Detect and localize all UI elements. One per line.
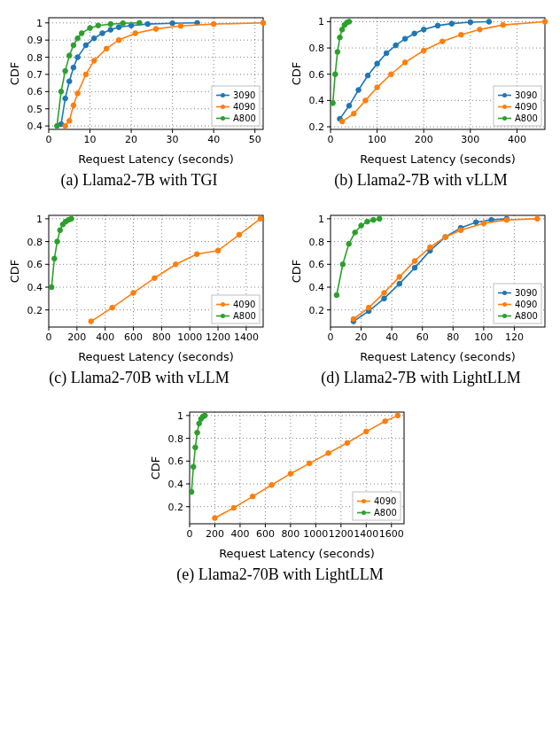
svg-point-211 [362, 510, 366, 515]
series-point-4090 [133, 31, 138, 36]
svg-text:0.8: 0.8 [27, 236, 43, 247]
svg-text:0.6: 0.6 [27, 86, 43, 97]
series-point-4090 [307, 461, 312, 466]
svg-text:1400: 1400 [234, 331, 259, 343]
svg-text:0.8: 0.8 [168, 433, 184, 445]
series-point-4090 [211, 21, 216, 27]
chart-cell-c: 02004006008001000120014000.20.40.60.81Re… [4, 206, 275, 388]
series-point-A800 [377, 216, 383, 222]
svg-text:40: 40 [385, 331, 398, 343]
series-point-3090 [412, 31, 417, 36]
series-point-4090 [504, 217, 509, 222]
svg-text:1: 1 [177, 410, 183, 422]
y-axis-label: CDF [290, 259, 303, 283]
series-point-4090 [152, 275, 158, 280]
series-point-4090 [213, 516, 218, 521]
series-point-3090 [66, 79, 72, 84]
svg-text:400: 400 [96, 331, 114, 343]
svg-text:1200: 1200 [206, 331, 230, 343]
series-point-3090 [108, 27, 113, 33]
series-point-A800 [79, 31, 84, 36]
legend-label-3090: 3090 [233, 90, 255, 100]
series-point-3090 [421, 27, 426, 33]
svg-text:0.4: 0.4 [168, 479, 184, 490]
legend-label-A800: A800 [515, 113, 538, 123]
series-point-4090 [397, 274, 402, 279]
svg-point-163 [502, 302, 507, 307]
svg-text:300: 300 [461, 134, 479, 145]
svg-text:0.4: 0.4 [27, 282, 43, 293]
series-point-A800 [108, 21, 113, 27]
series-point-3090 [402, 36, 408, 42]
series-point-3090 [384, 51, 389, 56]
chart-cell-a: 010203040500.40.50.60.70.80.91Request La… [4, 9, 275, 191]
x-axis-label: Request Latency (seconds) [360, 152, 516, 166]
svg-point-161 [502, 291, 507, 295]
series-point-4090 [375, 85, 380, 90]
series-point-4090 [542, 19, 548, 25]
series-point-4090 [83, 72, 89, 77]
series-point-4090 [351, 316, 356, 322]
svg-text:0.2: 0.2 [27, 304, 43, 316]
series-point-A800 [346, 19, 352, 25]
series-point-3090 [393, 43, 399, 48]
series-point-4090 [428, 245, 433, 250]
series-point-4090 [459, 32, 464, 37]
svg-text:1: 1 [318, 213, 324, 224]
series-point-4090 [389, 72, 394, 77]
series-point-4090 [363, 429, 369, 434]
series-point-A800 [332, 72, 338, 77]
svg-text:0.6: 0.6 [309, 259, 325, 270]
series-point-A800 [58, 227, 63, 232]
svg-text:0.8: 0.8 [309, 236, 325, 247]
series-point-3090 [473, 219, 478, 224]
svg-text:200: 200 [415, 134, 433, 145]
series-point-A800 [58, 90, 64, 95]
series-point-4090 [153, 27, 159, 32]
svg-text:1200: 1200 [329, 528, 354, 540]
series-point-3090 [63, 96, 68, 101]
series-point-A800 [66, 53, 72, 58]
svg-text:1000: 1000 [303, 528, 328, 540]
series-point-4090 [237, 232, 242, 238]
series-point-3090 [346, 104, 352, 109]
svg-text:100: 100 [474, 331, 493, 343]
chart-e: 020040060080010001200140016000.20.40.60.… [147, 403, 413, 563]
series-point-A800 [96, 23, 101, 28]
svg-text:0.7: 0.7 [27, 69, 43, 81]
legend-label-A800: A800 [233, 113, 256, 123]
series-point-4090 [269, 482, 275, 487]
chart-d: 0204060801001200.20.40.60.81Request Late… [288, 206, 554, 366]
svg-text:0.6: 0.6 [309, 69, 325, 81]
series-point-4090 [91, 58, 97, 64]
series-line-A800 [333, 21, 349, 103]
svg-text:20: 20 [125, 134, 137, 145]
series-point-4090 [89, 318, 94, 323]
svg-text:1: 1 [36, 213, 43, 224]
series-point-4090 [258, 216, 263, 222]
series-point-3090 [356, 88, 362, 93]
series-line-3090 [354, 218, 507, 321]
series-point-4090 [326, 450, 331, 456]
svg-text:0.5: 0.5 [27, 104, 43, 115]
svg-text:120: 120 [505, 331, 524, 343]
series-point-4090 [173, 261, 178, 267]
legend-label-3090: 3090 [515, 288, 537, 298]
svg-text:10: 10 [84, 134, 97, 145]
svg-point-44 [221, 116, 225, 121]
series-point-A800 [63, 68, 68, 74]
chart-caption-c: (c) Llama2-70B with vLLM [49, 368, 229, 388]
series-point-4090 [63, 123, 68, 129]
series-point-4090 [178, 24, 183, 29]
svg-text:0: 0 [328, 331, 334, 343]
series-point-4090 [395, 413, 401, 418]
legend-label-4090: 4090 [233, 102, 255, 112]
series-point-3090 [397, 281, 402, 286]
series-point-4090 [71, 103, 76, 108]
series-line-3090 [61, 23, 198, 124]
series-point-3090 [365, 73, 370, 78]
svg-text:30: 30 [167, 134, 179, 145]
svg-text:40: 40 [207, 134, 220, 145]
svg-text:0: 0 [187, 528, 193, 540]
svg-text:800: 800 [281, 528, 299, 540]
